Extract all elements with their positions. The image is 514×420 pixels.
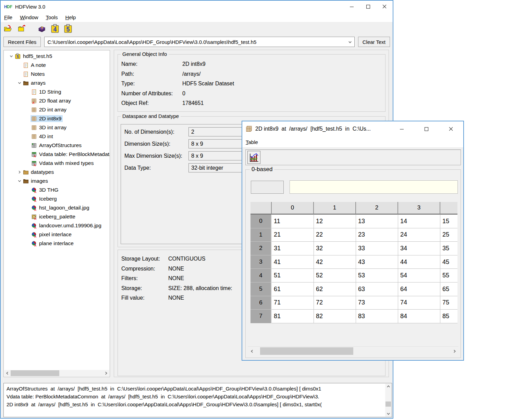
grid-corner-cell[interactable]	[250, 202, 272, 215]
grid-cell-r2c2[interactable]: 33	[356, 242, 398, 255]
grid-cell-r5c4[interactable]: 65	[440, 283, 457, 296]
scroll-left-icon[interactable]	[4, 370, 11, 376]
grid-cell-r7c4[interactable]: 85	[440, 310, 457, 323]
scrollbar-track[interactable]	[256, 347, 450, 355]
cell-position-field[interactable]	[251, 181, 284, 194]
grid-row-header-4[interactable]: 4	[250, 269, 272, 283]
grid-cell-r4c1[interactable]: 52	[314, 269, 356, 283]
grid-cell-r2c3[interactable]: 34	[398, 242, 440, 255]
grid-cell-r6c4[interactable]: 75	[440, 296, 457, 310]
grid-cell-r7c1[interactable]: 82	[314, 310, 356, 323]
grid-row-header-1[interactable]: 1	[250, 228, 272, 242]
grid-cell-r4c2[interactable]: 53	[356, 269, 398, 283]
scroll-up-icon[interactable]	[385, 384, 391, 389]
grid-cell-r2c4[interactable]: 35	[440, 242, 457, 255]
close-file-icon[interactable]	[17, 24, 26, 33]
menu-tools[interactable]: Tools	[46, 14, 58, 20]
file-path-combobox[interactable]: C:\Users\lori.cooper\AppData\Local\Apps\…	[44, 37, 354, 47]
chevron-right-icon[interactable]	[17, 170, 22, 174]
tree-item-iceberg[interactable]: AIceberg	[4, 194, 110, 203]
grid-cell-r1c4[interactable]: 25	[440, 228, 457, 242]
tree-item-vdata-with-mixed-types[interactable]: AVdata with mixed types	[4, 159, 110, 168]
tree-item-a-note[interactable]: A note	[4, 61, 110, 70]
grid-cell-r5c0[interactable]: 61	[272, 283, 314, 296]
log-vertical-scrollbar[interactable]	[385, 384, 391, 417]
grid-col-header-2[interactable]: 2	[356, 202, 398, 215]
menu-help[interactable]: Help	[65, 14, 76, 20]
tree-item-pixel-interlace[interactable]: Apixel interlace	[4, 230, 110, 239]
grid-cell-r0c4[interactable]: 15	[440, 215, 457, 228]
tree-item-datatypes[interactable]: datatypes	[4, 168, 110, 177]
grid-cell-r5c1[interactable]: 62	[314, 283, 356, 296]
scroll-right-icon[interactable]	[450, 347, 458, 355]
grid-cell-r6c1[interactable]: 72	[314, 296, 356, 310]
minimize-button[interactable]	[389, 121, 414, 136]
tree-item-hdf5-test-h5[interactable]: 5hdf5_test.h5	[4, 52, 110, 61]
tree-item-landcover-umd-199906-jpg[interactable]: Alandcover.umd.199906.jpg	[4, 221, 110, 230]
grid-cell-r5c3[interactable]: 64	[398, 283, 440, 296]
grid-col-header-1[interactable]: 1	[314, 202, 356, 215]
grid-row-header-2[interactable]: 2	[250, 242, 272, 255]
tree-item-iceberg-palette[interactable]: Aiceberg_palette	[4, 212, 110, 221]
grid-cell-r7c3[interactable]: 84	[398, 310, 440, 323]
grid-cell-r2c1[interactable]: 32	[314, 242, 356, 255]
grid-cell-r3c0[interactable]: 41	[272, 255, 314, 269]
minimize-button[interactable]	[343, 1, 360, 12]
menu-file[interactable]: File	[4, 14, 12, 20]
grid-cell-r6c2[interactable]: 73	[356, 296, 398, 310]
grid-cell-r3c1[interactable]: 42	[314, 255, 356, 269]
table-horizontal-scrollbar[interactable]	[248, 346, 458, 356]
grid-col-header-4[interactable]: 4	[440, 202, 457, 215]
grid-cell-r7c2[interactable]: 83	[356, 310, 398, 323]
menu-table[interactable]: Table	[246, 139, 258, 145]
chevron-down-icon[interactable]	[17, 81, 22, 85]
combo-dropdown-icon[interactable]	[346, 40, 354, 44]
scrollbar-thumb[interactable]	[260, 347, 353, 355]
scroll-left-icon[interactable]	[248, 347, 256, 355]
tree-item-arrayofstructures[interactable]: ArrayOfStructures	[4, 141, 110, 150]
grid-cell-r2c0[interactable]: 31	[272, 242, 314, 255]
tree-item-hst-lagoon-detail-jpg[interactable]: Ahst_lagoon_detail.jpg	[4, 203, 110, 212]
tree-item-2d-int8x9[interactable]: 2D int8x9	[4, 114, 110, 123]
help-book-icon[interactable]: ?	[37, 24, 46, 33]
grid-cell-r0c1[interactable]: 12	[314, 215, 356, 228]
grid-row-header-0[interactable]: 0	[250, 215, 272, 228]
tree-item-2d-int-array[interactable]: 2D int array	[4, 105, 110, 114]
tree-item-images[interactable]: images	[4, 177, 110, 185]
scroll-down-icon[interactable]	[385, 411, 391, 417]
grid-cell-r1c0[interactable]: 21	[272, 228, 314, 242]
grid-cell-r1c3[interactable]: 24	[398, 228, 440, 242]
maximize-button[interactable]	[414, 121, 439, 136]
scroll-right-icon[interactable]	[103, 370, 109, 376]
grid-cell-r0c0[interactable]: 11	[272, 215, 314, 228]
tree-item-vdata-table-perblockmetadatacommon[interactable]: AVdata table: PerBlockMetadataCommon	[4, 150, 110, 159]
chevron-down-icon[interactable]	[17, 179, 22, 183]
tree-item-1d-string[interactable]: 1D String	[4, 87, 110, 96]
hdf5-file-icon[interactable]: 5	[64, 24, 72, 33]
tree-item-4d-int[interactable]: 4D int	[4, 132, 110, 141]
tree-item-notes[interactable]: Notes	[4, 70, 110, 79]
grid-row-header-6[interactable]: 6	[250, 296, 272, 310]
tree-item-3d-int-array[interactable]: 3D int array	[4, 123, 110, 132]
recent-files-button[interactable]: Recent Files	[3, 37, 41, 47]
grid-cell-r6c0[interactable]: 71	[272, 296, 314, 310]
grid-row-header-5[interactable]: 5	[250, 283, 272, 296]
scrollbar-thumb[interactable]	[11, 370, 59, 376]
grid-row-header-3[interactable]: 3	[250, 255, 272, 269]
tree-item-3d-thg[interactable]: A3D THG	[4, 185, 110, 194]
grid-cell-r3c3[interactable]: 44	[398, 255, 440, 269]
close-button[interactable]	[439, 121, 463, 136]
grid-row-header-7[interactable]: 7	[250, 310, 272, 323]
grid-cell-r4c0[interactable]: 51	[272, 269, 314, 283]
scrollbar-track[interactable]	[11, 370, 103, 376]
tree-item-2d-float-array[interactable]: A2D float array	[4, 96, 110, 105]
menu-window[interactable]: Window	[20, 14, 38, 20]
grid-cell-r3c2[interactable]: 43	[356, 255, 398, 269]
scrollbar-track[interactable]	[385, 389, 391, 411]
chart-icon[interactable]	[247, 151, 260, 164]
grid-cell-r1c2[interactable]: 23	[356, 228, 398, 242]
maximize-button[interactable]	[360, 1, 376, 12]
grid-cell-r0c2[interactable]: 13	[356, 215, 398, 228]
scrollbar-thumb[interactable]	[386, 401, 391, 407]
grid-cell-r7c0[interactable]: 81	[272, 310, 314, 323]
